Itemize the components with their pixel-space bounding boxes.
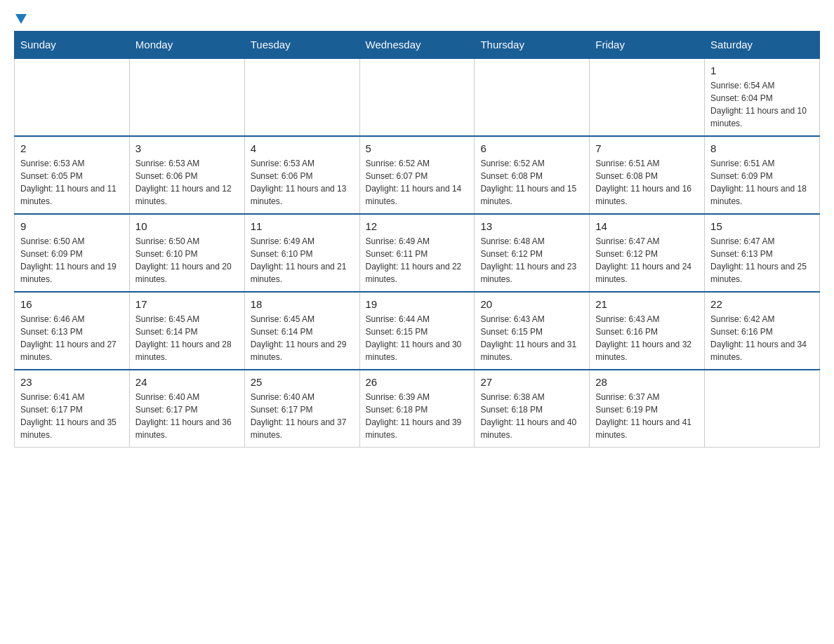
day-info: Sunrise: 6:41 AMSunset: 6:17 PMDaylight:… <box>20 391 124 441</box>
logo <box>14 14 27 24</box>
calendar-cell: 8Sunrise: 6:51 AMSunset: 6:09 PMDaylight… <box>705 136 820 214</box>
calendar-cell: 12Sunrise: 6:49 AMSunset: 6:11 PMDayligh… <box>359 214 475 292</box>
day-number: 4 <box>251 142 354 154</box>
calendar-cell <box>475 58 590 136</box>
day-number: 2 <box>20 142 124 154</box>
day-number: 20 <box>480 298 583 310</box>
calendar-cell: 24Sunrise: 6:40 AMSunset: 6:17 PMDayligh… <box>129 370 244 448</box>
calendar-cell: 28Sunrise: 6:37 AMSunset: 6:19 PMDayligh… <box>590 370 705 448</box>
day-info: Sunrise: 6:43 AMSunset: 6:16 PMDaylight:… <box>595 313 699 363</box>
page-header <box>14 14 820 24</box>
calendar-cell: 3Sunrise: 6:53 AMSunset: 6:06 PMDaylight… <box>129 136 244 214</box>
day-info: Sunrise: 6:54 AMSunset: 6:04 PMDaylight:… <box>710 79 814 130</box>
calendar-cell: 16Sunrise: 6:46 AMSunset: 6:13 PMDayligh… <box>15 292 130 370</box>
calendar-cell: 20Sunrise: 6:43 AMSunset: 6:15 PMDayligh… <box>475 292 590 370</box>
day-info: Sunrise: 6:53 AMSunset: 6:06 PMDaylight:… <box>251 157 354 208</box>
calendar-cell <box>129 58 244 136</box>
day-number: 28 <box>595 376 699 388</box>
day-number: 24 <box>135 376 239 388</box>
day-info: Sunrise: 6:53 AMSunset: 6:05 PMDaylight:… <box>20 157 124 208</box>
day-number: 13 <box>480 220 583 232</box>
day-info: Sunrise: 6:44 AMSunset: 6:15 PMDaylight:… <box>366 313 469 363</box>
calendar-cell: 7Sunrise: 6:51 AMSunset: 6:08 PMDaylight… <box>590 136 705 214</box>
calendar-cell: 2Sunrise: 6:53 AMSunset: 6:05 PMDaylight… <box>15 136 130 214</box>
day-info: Sunrise: 6:45 AMSunset: 6:14 PMDaylight:… <box>251 313 354 363</box>
weekday-header-monday: Monday <box>129 32 244 59</box>
day-info: Sunrise: 6:46 AMSunset: 6:13 PMDaylight:… <box>20 313 124 363</box>
week-row-2: 2Sunrise: 6:53 AMSunset: 6:05 PMDaylight… <box>15 136 820 214</box>
day-info: Sunrise: 6:50 AMSunset: 6:10 PMDaylight:… <box>135 235 239 286</box>
calendar-cell: 26Sunrise: 6:39 AMSunset: 6:18 PMDayligh… <box>359 370 475 448</box>
day-number: 15 <box>710 220 814 232</box>
weekday-header-saturday: Saturday <box>705 32 820 59</box>
day-info: Sunrise: 6:40 AMSunset: 6:17 PMDaylight:… <box>251 391 354 441</box>
calendar-cell: 4Sunrise: 6:53 AMSunset: 6:06 PMDaylight… <box>244 136 359 214</box>
day-info: Sunrise: 6:43 AMSunset: 6:15 PMDaylight:… <box>480 313 583 363</box>
day-info: Sunrise: 6:51 AMSunset: 6:09 PMDaylight:… <box>710 157 814 208</box>
week-row-5: 23Sunrise: 6:41 AMSunset: 6:17 PMDayligh… <box>15 370 820 448</box>
day-number: 21 <box>595 298 699 310</box>
weekday-header-sunday: Sunday <box>15 32 130 59</box>
day-info: Sunrise: 6:39 AMSunset: 6:18 PMDaylight:… <box>366 391 469 441</box>
day-info: Sunrise: 6:40 AMSunset: 6:17 PMDaylight:… <box>135 391 239 441</box>
calendar-cell: 19Sunrise: 6:44 AMSunset: 6:15 PMDayligh… <box>359 292 475 370</box>
day-info: Sunrise: 6:45 AMSunset: 6:14 PMDaylight:… <box>135 313 239 363</box>
day-number: 12 <box>366 220 469 232</box>
calendar-cell: 15Sunrise: 6:47 AMSunset: 6:13 PMDayligh… <box>705 214 820 292</box>
calendar-cell: 25Sunrise: 6:40 AMSunset: 6:17 PMDayligh… <box>244 370 359 448</box>
calendar-cell <box>705 370 820 448</box>
day-number: 7 <box>595 142 699 154</box>
day-number: 9 <box>20 220 124 232</box>
day-info: Sunrise: 6:42 AMSunset: 6:16 PMDaylight:… <box>710 313 814 363</box>
week-row-3: 9Sunrise: 6:50 AMSunset: 6:09 PMDaylight… <box>15 214 820 292</box>
calendar-cell: 1Sunrise: 6:54 AMSunset: 6:04 PMDaylight… <box>705 58 820 136</box>
logo-triangle-icon <box>15 14 27 24</box>
calendar-cell: 6Sunrise: 6:52 AMSunset: 6:08 PMDaylight… <box>475 136 590 214</box>
day-number: 3 <box>135 142 239 154</box>
calendar-cell: 23Sunrise: 6:41 AMSunset: 6:17 PMDayligh… <box>15 370 130 448</box>
day-info: Sunrise: 6:51 AMSunset: 6:08 PMDaylight:… <box>595 157 699 208</box>
calendar-cell: 22Sunrise: 6:42 AMSunset: 6:16 PMDayligh… <box>705 292 820 370</box>
calendar-cell: 9Sunrise: 6:50 AMSunset: 6:09 PMDaylight… <box>15 214 130 292</box>
day-number: 18 <box>251 298 354 310</box>
day-info: Sunrise: 6:49 AMSunset: 6:10 PMDaylight:… <box>251 235 354 286</box>
week-row-1: 1Sunrise: 6:54 AMSunset: 6:04 PMDaylight… <box>15 58 820 136</box>
weekday-header-tuesday: Tuesday <box>244 32 359 59</box>
day-info: Sunrise: 6:50 AMSunset: 6:09 PMDaylight:… <box>20 235 124 286</box>
calendar-cell <box>590 58 705 136</box>
day-info: Sunrise: 6:48 AMSunset: 6:12 PMDaylight:… <box>480 235 583 286</box>
day-number: 27 <box>480 376 583 388</box>
day-number: 17 <box>135 298 239 310</box>
day-number: 25 <box>251 376 354 388</box>
day-info: Sunrise: 6:52 AMSunset: 6:07 PMDaylight:… <box>366 157 469 208</box>
calendar-cell <box>244 58 359 136</box>
day-info: Sunrise: 6:37 AMSunset: 6:19 PMDaylight:… <box>595 391 699 441</box>
day-number: 23 <box>20 376 124 388</box>
day-number: 1 <box>710 65 814 76</box>
calendar-cell: 10Sunrise: 6:50 AMSunset: 6:10 PMDayligh… <box>129 214 244 292</box>
day-info: Sunrise: 6:47 AMSunset: 6:12 PMDaylight:… <box>595 235 699 286</box>
weekday-header-thursday: Thursday <box>475 32 590 59</box>
weekday-header-friday: Friday <box>590 32 705 59</box>
day-number: 11 <box>251 220 354 232</box>
day-number: 19 <box>366 298 469 310</box>
day-number: 6 <box>480 142 583 154</box>
calendar-cell: 5Sunrise: 6:52 AMSunset: 6:07 PMDaylight… <box>359 136 475 214</box>
day-info: Sunrise: 6:49 AMSunset: 6:11 PMDaylight:… <box>366 235 469 286</box>
day-number: 10 <box>135 220 239 232</box>
day-number: 5 <box>366 142 469 154</box>
day-number: 16 <box>20 298 124 310</box>
day-info: Sunrise: 6:47 AMSunset: 6:13 PMDaylight:… <box>710 235 814 286</box>
day-number: 14 <box>595 220 699 232</box>
day-info: Sunrise: 6:38 AMSunset: 6:18 PMDaylight:… <box>480 391 583 441</box>
weekday-header-wednesday: Wednesday <box>359 32 475 59</box>
calendar-cell <box>15 58 130 136</box>
day-info: Sunrise: 6:52 AMSunset: 6:08 PMDaylight:… <box>480 157 583 208</box>
calendar-cell <box>359 58 475 136</box>
calendar-cell: 17Sunrise: 6:45 AMSunset: 6:14 PMDayligh… <box>129 292 244 370</box>
calendar-cell: 27Sunrise: 6:38 AMSunset: 6:18 PMDayligh… <box>475 370 590 448</box>
week-row-4: 16Sunrise: 6:46 AMSunset: 6:13 PMDayligh… <box>15 292 820 370</box>
calendar-cell: 13Sunrise: 6:48 AMSunset: 6:12 PMDayligh… <box>475 214 590 292</box>
calendar-cell: 18Sunrise: 6:45 AMSunset: 6:14 PMDayligh… <box>244 292 359 370</box>
weekday-header-row: SundayMondayTuesdayWednesdayThursdayFrid… <box>15 32 820 59</box>
